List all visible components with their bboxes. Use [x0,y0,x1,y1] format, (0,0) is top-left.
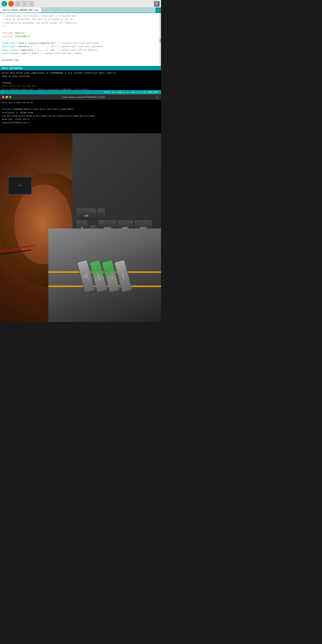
code-line: #include "WiFi.h" [2,31,159,34]
code-line: // must be preserved. The work is provid… [2,18,159,21]
chip-pin [8,180,8,181]
chip-pin [8,182,8,182]
control-sub: ⌃ [114,221,115,223]
status-bar: Done uploading. [0,66,161,70]
console-line: Wrote 3072 bytes (128 compressed) at 0x0… [2,72,159,75]
chip-pin [8,185,8,186]
terminal-body[interactable]: ⌘ets Jun 8 2016 00:22:57 rst:0x1 (POWERO… [0,100,161,134]
terminal-line: configsip: 0, SPIWP:0xee [2,111,159,114]
console-line: Leaving... [2,81,159,85]
tab-dropdown-button[interactable]: ▼ [156,8,161,13]
esp32-module [8,177,32,194]
chip-pin [31,179,32,180]
terminal-line: ⌘ets Jun 8 2016 00:22:57 [2,101,159,104]
code-line [2,62,159,65]
console-line: Hash of data verified. [2,75,159,78]
chip-pins-left [8,179,8,186]
code-line: #include "AsyncUDP.h" [2,35,159,38]
terminal-line: clk_drv:0x00,q_drv:0x00,d_drv:0x00,cs0_d… [2,114,159,118]
console-line [2,78,159,81]
code-line: // warranty is provided, and users accep… [2,21,159,24]
chip-pin [8,179,8,180]
board-info: ESP32 Dev Module on /dev/cu.SLab_USBtoUA… [104,91,159,94]
chip-pin [31,182,32,182]
status-text: Done uploading. [2,67,23,70]
bottom-status-bar: 1 ESP32 Dev Module on /dev/cu.SLab_USBto… [0,90,161,94]
battery-label-1: PRECAUCIÓNChinaDiss [82,270,90,281]
open-button[interactable]: ↑ [22,1,27,6]
chip-pin [8,183,8,183]
terminal-line: rst:0x1 (POWERON_RESET),boot:0x13 (SPI_F… [2,108,159,111]
search-button[interactable]: 🔍 [154,1,160,6]
shift-key[interactable]: shift [76,208,96,218]
chip-pin [31,183,32,183]
chip-pin [8,184,8,184]
code-line: const uint8_t address[] = {___, 1, ,8}; … [2,48,159,52]
new-button[interactable]: □ [15,1,20,6]
terminal-minimize-dot[interactable] [6,96,8,98]
code-line: // [2,24,159,28]
console-output: Wrote 3072 bytes (128 compressed) at 0x0… [0,70,161,90]
terminal-line: mode:DIO, clock div:1 [2,118,159,121]
code-line: const char* password = " 3"; // replace … [2,45,159,48]
tilde-key[interactable]: ~ ` [97,208,105,218]
active-tab[interactable]: hello.ESP32-WROOM.UDP.ino [0,8,42,13]
chip-pin [31,184,32,184]
code-line [2,28,159,31]
toolbar: ✓ → □ ↑ ↓ 🔍 [0,0,161,8]
option-sub: ⌥ [130,221,132,223]
shift-label: shift [84,214,88,217]
photo-section: shift ~ ` fn ^ ⌃ control ⌥ opti [0,134,161,322]
terminal-resize[interactable]: ⌃k↓ [155,96,159,98]
line-number: 1 [2,91,3,94]
battery-pack: PRECAUCIÓNChinaDiss ATTENZIONE 注意AA WARN… [48,228,161,322]
code-editor[interactable]: // acknowledge this project. Copyright i… [0,13,161,66]
code-line: void setup() { [2,65,159,66]
code-line [2,55,159,58]
verify-button[interactable]: ✓ [2,1,7,6]
tab-bar: hello.ESP32-WROOM.UDP.ino ▼ [0,8,161,13]
code-line: const char* ssid = "MySpectrumWiFi0-2G";… [2,42,159,45]
keyboard-area: shift ~ ` fn ^ ⌃ control ⌥ opti [72,134,161,238]
terminal-maximize-dot[interactable] [9,96,12,98]
console-line: Hard resetting via RTS pin... [2,84,159,88]
scrollbar-thumb[interactable] [160,38,161,42]
upload-button[interactable]: → [8,1,14,6]
terminal-line [2,104,159,108]
code-line [2,38,159,42]
battery-label-3: 注意AA [108,274,113,278]
terminal-line: load:0x3fff0018,len:4 [2,121,159,124]
chip-pins-right [31,179,32,186]
code-line: AsyncUDP udp; [2,58,159,62]
code-line: const uint16_t port = 1234; // replace w… [2,52,159,55]
terminal-close-dot[interactable] [2,96,4,98]
code-line: // acknowledge this project. Copyright i… [2,14,159,18]
keyboard-top-row: shift ~ ` [76,208,159,218]
console-line: Error opening serial port '/dev/cu.usbse… [2,88,159,90]
terminal-titlebar: screen /dev/cu.usbserial-FTBB94GD 115200… [0,94,161,100]
editor-scrollbar[interactable] [160,13,161,66]
chip-pin [31,185,32,186]
battery-label-2: ATTENZIONE [96,271,100,281]
battery-label-4: WARNING [121,272,125,280]
tab-filename: hello.ESP32-WROOM.UDP.ino [3,9,38,12]
chip-pin [31,180,32,181]
terminal-title: screen /dev/cu.usbserial-FTBB94GD 115200 [13,96,154,98]
backtick-symbol: ` [101,215,102,217]
save-button[interactable]: ↓ [28,1,34,6]
tilde-symbol: ~ [99,209,100,212]
